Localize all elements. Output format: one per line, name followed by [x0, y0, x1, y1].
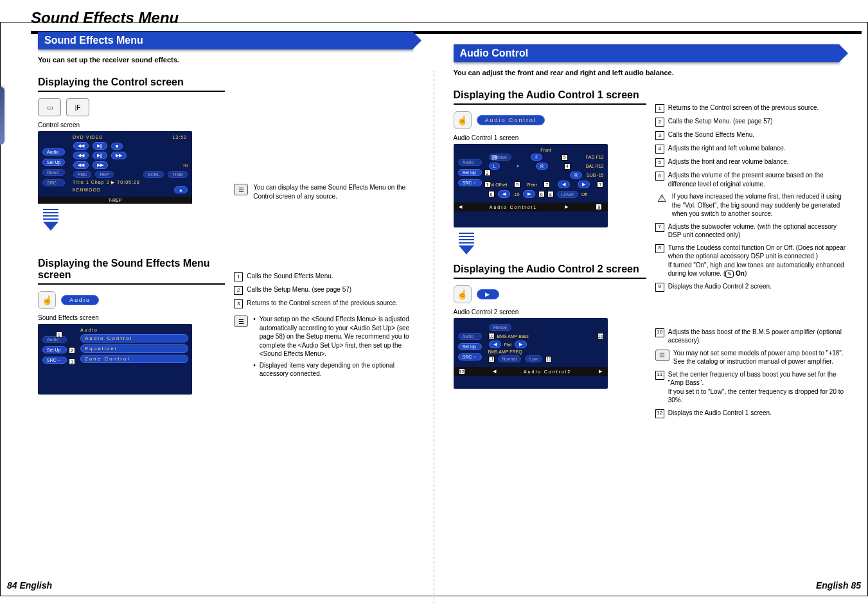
language-tab: English [0, 87, 4, 145]
btn-audio[interactable]: Audio [42, 148, 65, 155]
ac1-front: Front [488, 148, 604, 152]
btn-stop[interactable]: ■ [111, 143, 123, 150]
touch-icon-2: ☝ [454, 111, 472, 129]
co-7b: 7 [597, 181, 603, 188]
page-number-left: 84 English [7, 580, 52, 591]
ac2-menu[interactable]: Menue [489, 324, 511, 331]
ac1-loud[interactable]: LOUD [557, 191, 578, 198]
ac1-menu[interactable]: Menue [489, 154, 511, 161]
down-arrow-icon [43, 209, 58, 231]
next-page-button[interactable]: ▶ [477, 289, 499, 299]
center-fold-dots [434, 71, 434, 603]
note-icon: ☰ [234, 184, 248, 195]
ac2-prev[interactable]: ◀ [493, 369, 496, 374]
ac1-l[interactable]: L [489, 163, 500, 170]
btn-ff[interactable]: ◀◀ [73, 161, 89, 169]
btn-rep[interactable]: REP [95, 171, 113, 178]
ac1-r[interactable]: R [536, 163, 548, 170]
co-4: 4 [564, 163, 571, 170]
ac2-bass-l-btn[interactable]: ◀ [489, 341, 501, 348]
dvd-clock: 13:50 [172, 135, 187, 139]
ac1-f[interactable]: F [531, 154, 542, 161]
page-number-right: English 85 [816, 580, 861, 591]
ac1-rear: Rear [527, 182, 537, 187]
btn-rew[interactable]: ◀◀ [73, 142, 89, 150]
n1: 1 [234, 272, 243, 281]
ac1-vo: Vol.Offset [488, 182, 508, 187]
dvd-info1: Title 1 Chap 3 ▶ T0:05:20 [73, 180, 188, 185]
co-8: 8 [547, 191, 554, 197]
ac2-next[interactable]: ▶ [599, 369, 602, 374]
monitor-icon: ▭ [38, 98, 61, 116]
n3: 3 [234, 299, 243, 308]
btn-play-pause[interactable]: ▶|| [93, 142, 107, 150]
co-7: 7 [544, 181, 550, 188]
ac1-next[interactable]: ▶ [565, 204, 568, 209]
sfx-screen-caption: Sound Effects screen [38, 314, 225, 321]
co-10: 10 [488, 333, 495, 339]
co-6: 6 [488, 191, 495, 197]
ac1-fad: FAD F12 [586, 155, 604, 159]
co-9: 9 [596, 204, 602, 210]
ac1-7l[interactable]: ◀ [558, 181, 570, 188]
audio-control-1-screen: Audio Set Up SRC ← 1 2 3 Front Menue [454, 144, 608, 227]
callout-2: 2 [69, 347, 75, 353]
sfx-btn-setup[interactable]: Set Up [42, 346, 67, 353]
note-icon-3: ☰ [655, 350, 669, 361]
trep-label: T-REP [109, 198, 122, 202]
control-screen: Audio Set Up Direct SRC DVD VIDEO 13:50 [38, 131, 192, 204]
sfx-btn-audio[interactable]: Audio [42, 336, 67, 343]
btn-pp2[interactable]: ▶|| [93, 152, 107, 159]
sfx-title: Audio [80, 328, 188, 332]
btn-pbc[interactable]: PBC [73, 171, 91, 178]
menu-equalizer[interactable]: Equalizer [80, 344, 188, 353]
ac1-sub: SUB -15 [587, 173, 603, 177]
ac1-prev[interactable]: ◀ [459, 204, 462, 209]
sound-effects-sub: You can set up the receiver sound effect… [38, 56, 421, 64]
callout-1: 1 [56, 332, 62, 338]
ac2-caption: Audio Control 2 screen [454, 308, 646, 315]
ac2-bass-r-btn[interactable]: ▶ [515, 341, 527, 348]
btn-fff[interactable]: ▶▶ [93, 161, 108, 169]
btn-time[interactable]: TIME [168, 171, 188, 178]
heading-sound-effects-screen: Displaying the Sound Effects Menu screen [38, 258, 225, 281]
ac1-7r[interactable]: ▶ [578, 181, 590, 188]
audio-control-button[interactable]: Audio Control [477, 115, 545, 125]
ac2-bass-v: Flat [504, 342, 512, 347]
menu-audio-control[interactable]: Audio Control [80, 334, 188, 342]
btn-src[interactable]: SRC [42, 179, 65, 186]
ac1-vol[interactable]: ◀ [498, 190, 510, 198]
ac1-rr[interactable]: R [570, 172, 582, 179]
btn-direct[interactable]: Direct [42, 169, 65, 176]
ac1-caption: Audio Control 1 screen [454, 134, 646, 141]
btn-prev[interactable]: ◀◀ [73, 152, 89, 159]
audio-control-2-screen: Audio Set Up SRC ← Menue 10 BMS AMP Bass [454, 318, 608, 389]
sfx-btn-src[interactable]: SRC ← [42, 357, 67, 364]
ac2-freq-normal[interactable]: Normal [498, 355, 522, 362]
callout-3: 3 [69, 359, 75, 365]
btn-scrl[interactable]: SCRL [143, 171, 164, 178]
ac2-freq-low[interactable]: Low [525, 355, 542, 362]
page-right: Audio Control You can adjust the front a… [434, 22, 868, 596]
sound-effects-banner: Sound Effects Menu [38, 31, 412, 49]
btn-next[interactable]: ▶▶ [111, 152, 127, 159]
ac1-vor[interactable]: ▶ [523, 190, 535, 198]
co-10b: 10 [598, 333, 604, 339]
co-11: 11 [488, 356, 495, 362]
ac1-bal: BAL R12 [586, 164, 604, 168]
n2: 2 [234, 286, 243, 295]
co-12: 12 [459, 368, 465, 375]
audio-button[interactable]: Audio [61, 295, 99, 305]
in-indicator: IN [183, 163, 188, 168]
touch-icon-3: ☝ [454, 285, 472, 303]
dvd-title: DVD VIDEO [73, 135, 103, 139]
heading-ac2: Displaying the Audio Control 2 screen [454, 263, 646, 275]
ac2-callout-list: 10Adjusts the bass boost of the B.M.S po… [655, 328, 848, 418]
sound-effects-screen: Audio Set Up SRC ← 1 2 3 Audio Audio Con… [38, 324, 192, 395]
menu-zone-control[interactable]: Zone Control [80, 355, 188, 363]
page-left: English Sound Effects Menu You can set u… [1, 22, 434, 596]
note-text-1: You can display the same Sound Effects M… [253, 183, 421, 200]
co-11b: 11 [545, 356, 552, 362]
btn-eject[interactable]: ▲ [174, 186, 188, 193]
btn-setup[interactable]: Set Up [42, 159, 65, 166]
